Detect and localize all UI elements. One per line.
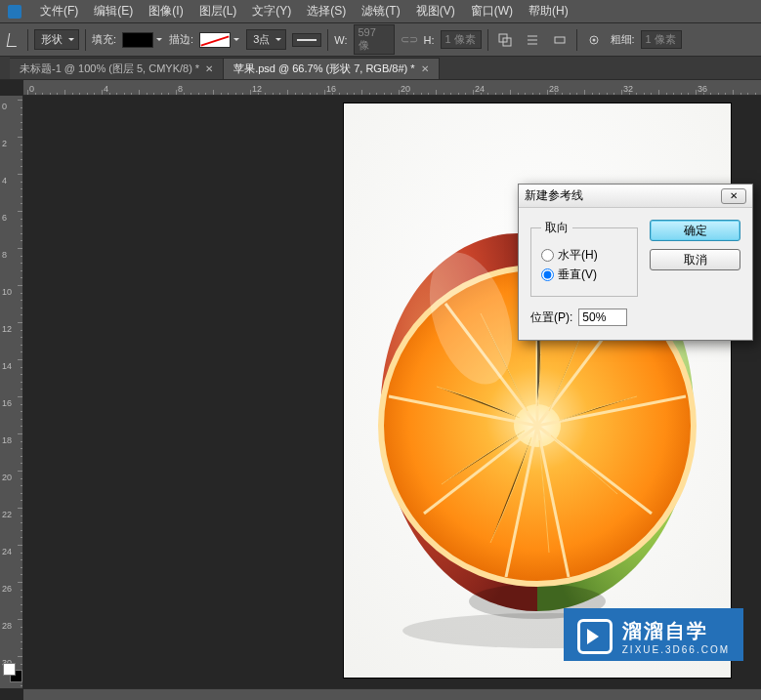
menu-window[interactable]: 窗口(W) bbox=[464, 1, 520, 21]
new-guide-dialog: 新建参考线 ✕ 取向 水平(H) 垂直(V) 确定 取消 位置(P): bbox=[518, 184, 753, 341]
height-label: H: bbox=[424, 34, 435, 46]
document-tab[interactable]: 苹果.psd @ 66.7% (形状 7, RGB/8#) * ✕ bbox=[224, 58, 439, 79]
menu-help[interactable]: 帮助(H) bbox=[522, 1, 575, 21]
watermark-url: ZIXUE.3D66.COM bbox=[622, 644, 730, 655]
menu-file[interactable]: 文件(F) bbox=[33, 1, 85, 21]
position-input[interactable] bbox=[578, 309, 627, 326]
status-bar bbox=[23, 688, 761, 700]
radio-horizontal-label: 水平(H) bbox=[558, 247, 598, 264]
menu-filter[interactable]: 滤镜(T) bbox=[355, 1, 406, 21]
stroke-width-dropdown[interactable]: 3点 bbox=[246, 29, 286, 50]
tab-label: 苹果.psd @ 66.7% (形状 7, RGB/8#) * bbox=[233, 62, 414, 76]
position-label: 位置(P): bbox=[530, 309, 572, 326]
shape-mode-dropdown[interactable]: 形状 bbox=[34, 29, 79, 50]
menu-image[interactable]: 图像(I) bbox=[142, 1, 190, 21]
ruler-horizontal[interactable]: 04812162024283236 bbox=[23, 80, 761, 96]
thickness-label: 粗细: bbox=[611, 32, 635, 47]
stroke-label: 描边: bbox=[169, 32, 193, 47]
dialog-titlebar[interactable]: 新建参考线 ✕ bbox=[519, 185, 752, 208]
options-bar: 形状 填充: 描边: 3点 W: 597 像 ⊂⊃ H: 1 像素 粗细: 1 … bbox=[0, 23, 761, 57]
radio-vertical-input[interactable] bbox=[541, 268, 554, 281]
menu-select[interactable]: 选择(S) bbox=[300, 1, 353, 21]
orientation-legend: 取向 bbox=[541, 220, 572, 236]
ruler-vertical[interactable]: 024681012141618202224262830 bbox=[0, 96, 23, 688]
menu-type[interactable]: 文字(Y) bbox=[245, 1, 298, 21]
document-tab-bar: 未标题-1 @ 100% (图层 5, CMYK/8) * ✕ 苹果.psd @… bbox=[0, 57, 761, 80]
color-swatches[interactable] bbox=[3, 663, 22, 682]
menu-layer[interactable]: 图层(L) bbox=[192, 1, 244, 21]
stroke-swatch[interactable] bbox=[199, 32, 231, 48]
radio-horizontal-input[interactable] bbox=[541, 249, 554, 262]
path-combine-icon[interactable] bbox=[494, 29, 516, 51]
radio-horizontal[interactable]: 水平(H) bbox=[541, 247, 627, 264]
dialog-title: 新建参考线 bbox=[525, 187, 721, 204]
menu-bar: 文件(F) 编辑(E) 图像(I) 图层(L) 文字(Y) 选择(S) 滤镜(T… bbox=[0, 0, 761, 23]
svg-rect-5 bbox=[555, 37, 565, 43]
path-arrange-icon[interactable] bbox=[549, 29, 571, 51]
close-icon[interactable]: ✕ bbox=[421, 63, 429, 74]
path-align-icon[interactable] bbox=[522, 29, 543, 51]
divider bbox=[27, 29, 28, 51]
gear-icon[interactable] bbox=[583, 29, 605, 51]
play-icon bbox=[577, 619, 613, 654]
width-input[interactable]: 597 像 bbox=[354, 24, 395, 55]
watermark-title: 溜溜自学 bbox=[622, 618, 730, 644]
radio-vertical[interactable]: 垂直(V) bbox=[541, 267, 627, 283]
width-label: W: bbox=[334, 34, 347, 46]
divider bbox=[327, 29, 328, 51]
radio-vertical-label: 垂直(V) bbox=[558, 267, 597, 283]
height-input[interactable]: 1 像素 bbox=[441, 30, 482, 49]
ok-button[interactable]: 确定 bbox=[650, 220, 740, 241]
divider bbox=[576, 29, 577, 51]
divider bbox=[487, 29, 488, 51]
menu-view[interactable]: 视图(V) bbox=[409, 1, 462, 21]
divider bbox=[85, 29, 86, 51]
stroke-style-dropdown[interactable] bbox=[292, 33, 321, 47]
close-icon[interactable]: ✕ bbox=[205, 63, 213, 74]
tab-label: 未标题-1 @ 100% (图层 5, CMYK/8) * bbox=[20, 62, 199, 76]
fill-swatch[interactable] bbox=[122, 32, 153, 48]
document-tab[interactable]: 未标题-1 @ 100% (图层 5, CMYK/8) * ✕ bbox=[10, 58, 224, 79]
menu-edit[interactable]: 编辑(E) bbox=[87, 1, 140, 21]
app-logo-icon bbox=[8, 5, 21, 19]
orientation-group: 取向 水平(H) 垂直(V) bbox=[530, 220, 638, 297]
watermark: 溜溜自学 ZIXUE.3D66.COM bbox=[564, 608, 743, 661]
cancel-button[interactable]: 取消 bbox=[650, 249, 740, 270]
close-icon[interactable]: ✕ bbox=[721, 188, 746, 204]
foreground-swatch[interactable] bbox=[3, 663, 16, 676]
work-area: 04812162024283236 0246810121416182022242… bbox=[0, 80, 761, 700]
fill-label: 填充: bbox=[92, 32, 116, 47]
pen-tool-icon bbox=[7, 33, 19, 47]
svg-point-7 bbox=[592, 38, 595, 41]
link-wh-icon[interactable]: ⊂⊃ bbox=[401, 33, 418, 46]
thickness-input[interactable]: 1 像素 bbox=[641, 30, 682, 49]
